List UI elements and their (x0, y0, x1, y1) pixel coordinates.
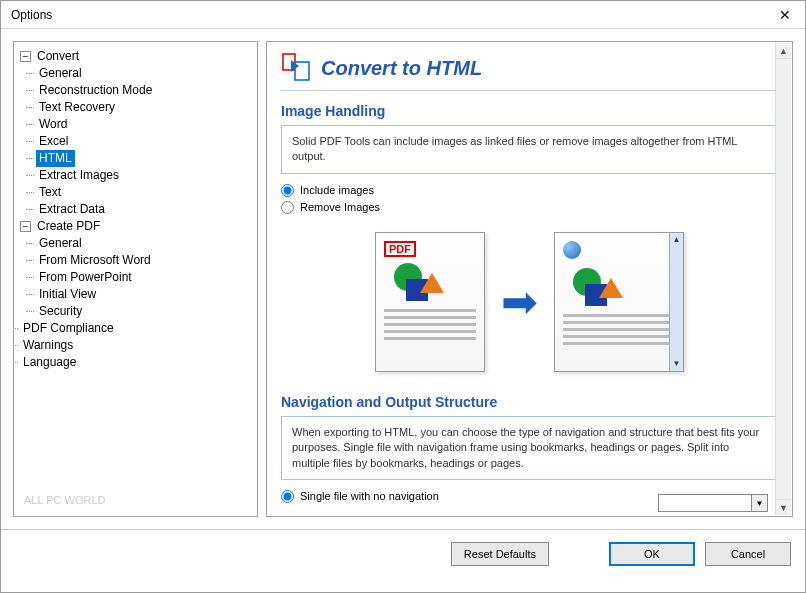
scroll-down-icon[interactable]: ▼ (776, 499, 791, 515)
scroll-up-icon[interactable]: ▲ (776, 43, 791, 59)
convert-html-icon (281, 52, 313, 84)
arrow-right-icon: ➡ (501, 276, 538, 327)
page-header: Convert to HTML (281, 52, 778, 91)
radio-input-single[interactable] (281, 490, 294, 503)
watermark: ALL PC WORLD (24, 494, 106, 506)
tree-item-security[interactable]: Security (36, 303, 85, 320)
nav-dropdown[interactable]: ▼ (658, 494, 768, 512)
tree-item-text[interactable]: Text (36, 184, 64, 201)
radio-input-remove[interactable] (281, 201, 294, 214)
tree-panel: −Convert General Reconstruction Mode Tex… (13, 41, 258, 517)
tree-item-reconstruction[interactable]: Reconstruction Mode (36, 82, 155, 99)
dialog-footer: Reset Defaults OK Cancel (1, 529, 805, 577)
collapse-icon[interactable]: − (20, 51, 31, 62)
info-box-image-handling: Solid PDF Tools can include images as li… (281, 125, 778, 174)
tree-item-html[interactable]: HTML (36, 150, 75, 167)
window-title: Options (11, 8, 52, 22)
tree-item-language[interactable]: Language (20, 354, 79, 371)
section-title-image-handling: Image Handling (281, 103, 778, 119)
tree-item-from-ppt[interactable]: From PowerPoint (36, 269, 135, 286)
tree-item-initial-view[interactable]: Initial View (36, 286, 99, 303)
tree-item-warnings[interactable]: Warnings (20, 337, 76, 354)
content-scrollbar[interactable]: ▲ ▼ (775, 43, 791, 515)
tree-item-extract-images[interactable]: Extract Images (36, 167, 122, 184)
radio-remove-images[interactable]: Remove Images (281, 201, 778, 214)
tree-item-excel[interactable]: Excel (36, 133, 71, 150)
tree-node-create-pdf[interactable]: −Create PDF General From Microsoft Word … (20, 218, 253, 320)
tree-item-text-recovery[interactable]: Text Recovery (36, 99, 118, 116)
html-doc-icon: ▲ ▼ (554, 232, 684, 372)
tree-item-general[interactable]: General (36, 65, 85, 82)
tree-item-extract-data[interactable]: Extract Data (36, 201, 108, 218)
info-box-nav: When exporting to HTML, you can choose t… (281, 416, 778, 480)
cancel-button[interactable]: Cancel (705, 542, 791, 566)
dialog-body: −Convert General Reconstruction Mode Tex… (1, 29, 805, 529)
ok-button[interactable]: OK (609, 542, 695, 566)
pdf-badge: PDF (384, 241, 416, 257)
preview-scrollbar: ▲ ▼ (669, 233, 683, 371)
close-icon: ✕ (779, 7, 791, 23)
pdf-doc-icon: PDF (375, 232, 485, 372)
tree-item-compliance[interactable]: PDF Compliance (20, 320, 117, 337)
radio-input-include[interactable] (281, 184, 294, 197)
globe-icon (563, 241, 581, 259)
radio-include-images[interactable]: Include images (281, 184, 778, 197)
tree-item-word[interactable]: Word (36, 116, 70, 133)
titlebar: Options ✕ (1, 1, 805, 29)
section-title-nav: Navigation and Output Structure (281, 394, 778, 410)
tree-node-convert[interactable]: −Convert General Reconstruction Mode Tex… (20, 48, 253, 218)
chevron-down-icon: ▼ (751, 495, 767, 511)
tree-item-from-word[interactable]: From Microsoft Word (36, 252, 154, 269)
conversion-illustration: PDF ➡ ▲ ▼ (281, 232, 778, 372)
tree-item-cp-general[interactable]: General (36, 235, 85, 252)
content-panel: Convert to HTML Image Handling Solid PDF… (266, 41, 793, 517)
nav-tree: −Convert General Reconstruction Mode Tex… (18, 48, 253, 371)
reset-defaults-button[interactable]: Reset Defaults (451, 542, 549, 566)
collapse-icon[interactable]: − (20, 221, 31, 232)
page-title: Convert to HTML (321, 57, 482, 80)
close-button[interactable]: ✕ (765, 1, 805, 29)
